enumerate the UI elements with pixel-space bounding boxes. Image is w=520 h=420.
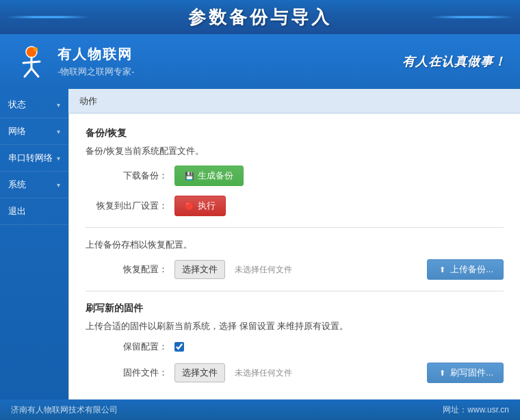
firmware-title: 刷写新的固件 <box>86 302 504 315</box>
execute-icon: 🔴 <box>185 201 194 211</box>
save-icon: 💾 <box>185 171 194 181</box>
brand-subtitle: -物联网之联网专家- <box>57 66 135 78</box>
brand-left: 有人物联网 -物联网之联网专家- <box>14 44 135 79</box>
toolbar-label: 动作 <box>79 95 97 107</box>
generate-backup-button[interactable]: 💾 生成备份 <box>174 166 244 186</box>
flash-icon: ⬆ <box>437 368 447 378</box>
chevron-down-icon: ▾ <box>57 181 60 189</box>
svg-line-4 <box>25 68 31 77</box>
upload-section: 上传备份存档以恢复配置。 恢复配置： 选择文件 未选择任何文件 ⬆ 上传备份..… <box>86 239 504 280</box>
content-area: 动作 备份/恢复 备份/恢复当前系统配置文件。 下载备份： 💾 生成备份 恢复到… <box>68 89 520 399</box>
sidebar-item-system[interactable]: 系统 ▾ <box>0 172 68 198</box>
brand-logo <box>14 44 49 79</box>
firmware-file-hint: 未选择任何文件 <box>235 367 292 379</box>
sidebar-item-logout[interactable]: 退出 <box>0 198 68 225</box>
restore-config-label: 恢复配置： <box>86 263 168 276</box>
svg-point-1 <box>34 47 38 51</box>
download-label: 下载备份： <box>86 170 168 182</box>
restore-factory-row: 恢复到出厂设置： 🔴 执行 <box>86 196 504 216</box>
sidebar-item-status[interactable]: 状态 ▾ <box>0 92 68 118</box>
company-name: 济南有人物联网技术有限公司 <box>11 404 118 416</box>
backup-section: 备份/恢复 备份/恢复当前系统配置文件。 下载备份： 💾 生成备份 恢复到出厂设… <box>86 127 504 216</box>
brand-bar: 有人物联网 -物联网之联网专家- 有人在认真做事！ <box>0 34 520 89</box>
keep-config-checkbox[interactable] <box>174 342 184 352</box>
config-file-hint: 未选择任何文件 <box>235 264 292 276</box>
firmware-file-row: 固件文件： 选择文件 未选择任何文件 ⬆ 刷写固件... <box>86 363 504 383</box>
svg-line-5 <box>31 68 38 77</box>
choose-config-file-button[interactable]: 选择文件 <box>174 260 225 279</box>
restore-config-row: 恢复配置： 选择文件 未选择任何文件 ⬆ 上传备份... <box>86 259 504 280</box>
website: 网址：www.usr.cn <box>443 404 509 416</box>
restore-factory-button[interactable]: 🔴 执行 <box>174 196 226 216</box>
upload-icon: ⬆ <box>437 265 447 274</box>
chevron-down-icon: ▾ <box>57 128 60 135</box>
flash-firmware-button[interactable]: ⬆ 刷写固件... <box>427 363 504 383</box>
main-layout: 状态 ▾ 网络 ▾ 串口转网络 ▾ 系统 ▾ 退出 动作 备份/恢复 备份/恢复… <box>0 89 520 399</box>
choose-firmware-file-button[interactable]: 选择文件 <box>174 363 225 382</box>
content-scroll[interactable]: 备份/恢复 备份/恢复当前系统配置文件。 下载备份： 💾 生成备份 恢复到出厂设… <box>68 114 520 399</box>
brand-text: 有人物联网 -物联网之联网专家- <box>57 45 135 78</box>
firmware-desc: 上传合适的固件以刷新当前系统，选择 保留设置 来维持原有设置。 <box>86 320 504 332</box>
page-header: 参数备份与导入 <box>0 0 520 34</box>
chevron-down-icon: ▾ <box>57 155 60 162</box>
footer: 济南有人物联网技术有限公司 网址：www.usr.cn <box>0 399 520 420</box>
restore-label: 恢复到出厂设置： <box>86 200 168 212</box>
firmware-section: 刷写新的固件 上传合适的固件以刷新当前系统，选择 保留设置 来维持原有设置。 保… <box>86 302 504 383</box>
upload-backup-button[interactable]: ⬆ 上传备份... <box>427 259 504 280</box>
sidebar-item-serial-network[interactable]: 串口转网络 ▾ <box>0 145 68 172</box>
backup-desc: 备份/恢复当前系统配置文件。 <box>86 145 504 157</box>
page-title: 参数备份与导入 <box>188 5 332 29</box>
divider-1 <box>86 227 504 228</box>
keep-config-row: 保留配置： <box>86 341 504 353</box>
divider-2 <box>86 291 504 291</box>
brand-name: 有人物联网 <box>57 45 135 64</box>
sidebar: 状态 ▾ 网络 ▾ 串口转网络 ▾ 系统 ▾ 退出 <box>0 89 68 399</box>
firmware-label: 固件文件： <box>86 367 168 379</box>
brand-slogan: 有人在认真做事！ <box>402 53 506 70</box>
content-toolbar: 动作 <box>68 89 520 114</box>
svg-line-3 <box>23 62 40 63</box>
download-backup-row: 下载备份： 💾 生成备份 <box>86 166 504 186</box>
keep-config-label: 保留配置： <box>86 341 168 353</box>
upload-desc: 上传备份存档以恢复配置。 <box>86 239 504 251</box>
chevron-down-icon: ▾ <box>57 101 60 109</box>
backup-title: 备份/恢复 <box>86 127 504 140</box>
sidebar-item-network[interactable]: 网络 ▾ <box>0 118 68 145</box>
